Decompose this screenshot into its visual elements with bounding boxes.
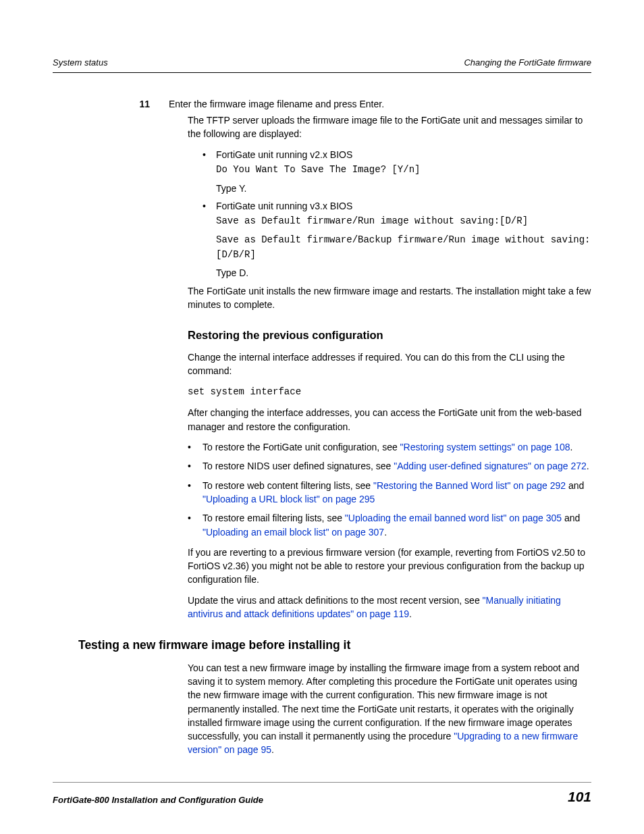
period: .	[384, 527, 387, 538]
bullet-icon: •	[203, 148, 216, 161]
bios-list: • FortiGate unit running v2.x BIOS	[203, 148, 591, 161]
type-d: Type D.	[216, 266, 591, 280]
header-left: System status	[53, 57, 108, 70]
li3-mid: and	[566, 480, 584, 491]
bullet-icon: •	[188, 511, 203, 539]
link-uploading-email-banned-word-list[interactable]: "Uploading the email banned word list" o…	[345, 513, 562, 523]
restore-bullets: • To restore the FortiGate unit configur…	[188, 440, 591, 539]
restore-p2: After changing the interface addresses, …	[188, 406, 591, 434]
bios-v3-label: FortiGate unit running v3.x BIOS	[216, 199, 352, 213]
code-v2: Do You Want To Save The Image? [Y/n]	[216, 163, 591, 178]
period: .	[409, 608, 412, 619]
footer-title: FortiGate-800 Installation and Configura…	[53, 794, 263, 807]
restore-p4: Update the virus and attack definitions …	[188, 594, 591, 621]
li2-text: To restore NIDS user defined signatures,…	[203, 461, 394, 471]
period: .	[271, 744, 274, 755]
step-11: 11 Enter the firmware image filename and…	[188, 97, 591, 111]
install-text: The FortiGate unit installs the new firm…	[188, 284, 591, 312]
page: System status Changing the FortiGate fir…	[0, 0, 644, 757]
running-header: System status Changing the FortiGate fir…	[53, 57, 591, 73]
testing-text: You can test a new firmware image by ins…	[188, 662, 579, 741]
restore-cmd: set system interface	[188, 385, 591, 400]
footer: FortiGate-800 Installation and Configura…	[53, 782, 591, 807]
step-number: 11	[134, 97, 169, 111]
restore-p3: If you are reverting to a previous firmw…	[188, 546, 591, 587]
bullet-icon: •	[188, 440, 203, 454]
tftp-text: The TFTP server uploads the firmware ima…	[188, 113, 591, 141]
bullet-icon: •	[203, 199, 216, 213]
step-intro: Enter the firmware image filename and pr…	[169, 97, 384, 111]
li3-text: To restore web content filtering lists, …	[203, 480, 373, 491]
link-restoring-system-settings[interactable]: "Restoring system settings" on page 108	[400, 442, 570, 452]
bullet-icon: •	[188, 459, 203, 473]
period: .	[587, 461, 589, 471]
p4-text: Update the virus and attack definitions …	[188, 595, 483, 606]
testing-content: You can test a new firmware image by ins…	[188, 661, 591, 757]
li4-text: To restore email filtering lists, see	[203, 513, 345, 523]
link-restoring-banned-word-list[interactable]: "Restoring the Banned Word list" on page…	[373, 480, 566, 491]
type-y: Type Y.	[216, 182, 591, 195]
link-uploading-email-block-list[interactable]: "Uploading an email block list" on page …	[203, 527, 384, 538]
period: .	[570, 442, 573, 452]
li4-mid: and	[562, 513, 580, 523]
bios-list-2: • FortiGate unit running v3.x BIOS	[203, 199, 591, 213]
testing-heading: Testing a new firmware image before inst…	[78, 637, 591, 654]
restore-li4: • To restore email filtering lists, see …	[188, 511, 591, 539]
code-v3a: Save as Default firmware/Run image witho…	[216, 214, 591, 229]
restore-li2: • To restore NIDS user defined signature…	[188, 459, 591, 473]
restore-li1: • To restore the FortiGate unit configur…	[188, 440, 591, 454]
bios-v2-item: • FortiGate unit running v2.x BIOS	[203, 148, 591, 161]
link-uploading-url-block-list[interactable]: "Uploading a URL block list" on page 295	[203, 494, 375, 504]
main-content: 11 Enter the firmware image filename and…	[188, 97, 591, 621]
code-v3b: Save as Default firmware/Backup firmware…	[216, 233, 591, 262]
link-adding-user-defined-signatures[interactable]: "Adding user-defined signatures" on page…	[394, 461, 586, 471]
bios-v2-label: FortiGate unit running v2.x BIOS	[216, 148, 352, 161]
header-right: Changing the FortiGate firmware	[464, 57, 591, 70]
restore-p1: Change the internal interface addresses …	[188, 350, 591, 378]
li1-text: To restore the FortiGate unit configurat…	[203, 442, 400, 452]
testing-p1: You can test a new firmware image by ins…	[188, 661, 591, 757]
bios-v3-item: • FortiGate unit running v3.x BIOS	[203, 199, 591, 213]
restore-li3: • To restore web content filtering lists…	[188, 479, 591, 506]
restore-heading: Restoring the previous configuration	[188, 328, 591, 344]
page-number: 101	[568, 787, 591, 807]
bullet-icon: •	[188, 479, 203, 506]
